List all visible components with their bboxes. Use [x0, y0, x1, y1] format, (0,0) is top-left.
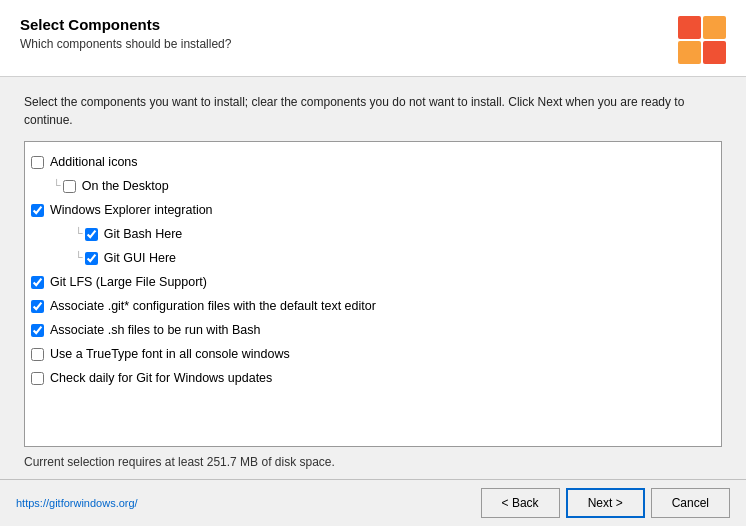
git-logo-icon — [678, 16, 726, 64]
tree-line-icon: └ — [75, 225, 83, 243]
svg-rect-3 — [703, 41, 726, 64]
content-area: Select the components you want to instal… — [0, 77, 746, 479]
check-updates-checkbox[interactable] — [31, 372, 44, 385]
header: Select Components Which components shoul… — [0, 0, 746, 77]
assoc-git-label: Associate .git* configuration files with… — [50, 296, 376, 316]
list-item: Use a TrueType font in all console windo… — [31, 342, 715, 366]
footer-link[interactable]: https://gitforwindows.org/ — [16, 497, 138, 509]
git-bash-here-checkbox[interactable] — [85, 228, 98, 241]
assoc-sh-label: Associate .sh files to be run with Bash — [50, 320, 261, 340]
list-item: Windows Explorer integration — [31, 198, 715, 222]
header-text: Select Components Which components shoul… — [20, 16, 231, 51]
list-item: Check daily for Git for Windows updates — [31, 366, 715, 390]
check-updates-label: Check daily for Git for Windows updates — [50, 368, 272, 388]
components-list: Additional icons └ On the Desktop Window… — [24, 141, 722, 447]
list-item: └ Git GUI Here — [31, 246, 715, 270]
git-gui-here-label: Git GUI Here — [104, 248, 176, 268]
truetype-checkbox[interactable] — [31, 348, 44, 361]
tree-line-icon: └ — [53, 177, 61, 195]
footer-buttons: < Back Next > Cancel — [481, 488, 730, 518]
assoc-git-checkbox[interactable] — [31, 300, 44, 313]
list-item: Git LFS (Large File Support) — [31, 270, 715, 294]
git-lfs-checkbox[interactable] — [31, 276, 44, 289]
page-subtitle: Which components should be installed? — [20, 37, 231, 51]
svg-rect-2 — [678, 41, 701, 64]
back-button[interactable]: < Back — [481, 488, 560, 518]
disk-space-label: Current selection requires at least 251.… — [24, 455, 722, 469]
truetype-label: Use a TrueType font in all console windo… — [50, 344, 290, 364]
assoc-sh-checkbox[interactable] — [31, 324, 44, 337]
tree-line-icon: └ — [75, 249, 83, 267]
footer: https://gitforwindows.org/ < Back Next >… — [0, 479, 746, 526]
page-title: Select Components — [20, 16, 231, 33]
list-item: Associate .sh files to be run with Bash — [31, 318, 715, 342]
cancel-button[interactable]: Cancel — [651, 488, 730, 518]
on-the-desktop-label: On the Desktop — [82, 176, 169, 196]
git-bash-here-label: Git Bash Here — [104, 224, 183, 244]
on-the-desktop-checkbox[interactable] — [63, 180, 76, 193]
next-button[interactable]: Next > — [566, 488, 645, 518]
svg-rect-1 — [703, 16, 726, 39]
windows-explorer-checkbox[interactable] — [31, 204, 44, 217]
list-item: Additional icons — [31, 150, 715, 174]
installer-window: Select Components Which components shoul… — [0, 0, 746, 526]
additional-icons-label: Additional icons — [50, 152, 138, 172]
list-item: └ On the Desktop — [31, 174, 715, 198]
git-lfs-label: Git LFS (Large File Support) — [50, 272, 207, 292]
additional-icons-checkbox[interactable] — [31, 156, 44, 169]
svg-rect-0 — [678, 16, 701, 39]
windows-explorer-label: Windows Explorer integration — [50, 200, 213, 220]
description-text: Select the components you want to instal… — [24, 93, 722, 129]
list-item: Associate .git* configuration files with… — [31, 294, 715, 318]
git-gui-here-checkbox[interactable] — [85, 252, 98, 265]
list-item: └ Git Bash Here — [31, 222, 715, 246]
